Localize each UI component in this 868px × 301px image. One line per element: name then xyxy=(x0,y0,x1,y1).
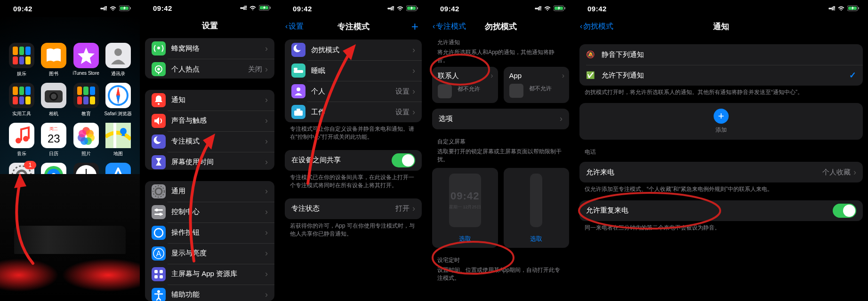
app-实用工具[interactable]: 实用工具 xyxy=(7,83,37,117)
moon-icon xyxy=(152,135,166,149)
schedule-header: 设宅定时 xyxy=(437,256,564,264)
svg-point-50 xyxy=(157,290,160,293)
signal-icon: ••ıl! xyxy=(240,5,247,11)
access-icon xyxy=(152,288,166,301)
row-value: 设置 xyxy=(395,87,410,96)
settings-group-general: 通用›控制中心›操作按钮›A显示与亮度›主屏幕与 App 资源库›辅助功能› xyxy=(145,181,274,301)
settings-row-通知[interactable]: 通知› xyxy=(145,90,274,111)
app-iTunes Store[interactable]: iTunes Store xyxy=(71,43,101,77)
chevron-right-icon: › xyxy=(265,157,268,167)
add-button[interactable]: + xyxy=(411,22,418,31)
page-title: 通知 xyxy=(713,21,729,32)
app-图书[interactable]: 图书 xyxy=(39,43,69,77)
gear-icon xyxy=(152,184,166,198)
app-地图[interactable]: 地图 xyxy=(103,123,133,157)
options-row[interactable]: 选项 › xyxy=(432,109,569,129)
settings-row-个人[interactable]: 个人设置› xyxy=(285,81,422,102)
status-time: 09:42 xyxy=(13,5,32,13)
chevron-right-icon: › xyxy=(562,71,564,80)
silence-row[interactable]: 🔕 静音下列通知 xyxy=(579,44,863,65)
settings-row-主屏幕与 App 资源库[interactable]: 主屏幕与 App 资源库› xyxy=(145,264,274,285)
apps-card[interactable]: App › 都不允许 xyxy=(504,67,570,103)
settings-row-操作按钮[interactable]: 操作按钮› xyxy=(145,222,274,243)
settings-row-个人热点[interactable]: 个人热点关闭› xyxy=(145,59,274,78)
battery-icon xyxy=(259,4,271,12)
home-screen[interactable]: 娱乐图书iTunes Store通讯录实用工具相机教育Safari 浏览器音乐周… xyxy=(0,17,140,301)
settings-row-通用[interactable]: 通用› xyxy=(145,181,274,202)
svg-rect-62 xyxy=(564,7,565,9)
back-button[interactable]: ‹ 勿扰模式 xyxy=(580,22,613,32)
settings-row-显示与亮度[interactable]: A显示与亮度› xyxy=(145,243,274,264)
toggle-on[interactable] xyxy=(833,204,856,218)
status-time: 09:42 xyxy=(153,4,172,12)
status-time: 09:42 xyxy=(440,5,459,13)
case-icon xyxy=(291,105,305,119)
add-people-tile[interactable]: + 添加 xyxy=(579,103,863,140)
share-row[interactable]: 在设备之间共享 xyxy=(285,150,422,171)
back-label: 专注模式 xyxy=(436,22,466,32)
allow-calls-row[interactable]: 允许来电 个人收藏 › xyxy=(579,162,863,182)
toggle-on[interactable] xyxy=(392,153,415,167)
wifi-icon xyxy=(249,4,257,12)
battery-icon xyxy=(119,5,131,13)
phone-header: 电话 xyxy=(585,148,858,156)
svg-rect-31 xyxy=(270,7,271,9)
focus-mode-list: 勿扰模式›睡眠›个人设置›工作设置› xyxy=(285,40,422,122)
settings-row-辅助功能[interactable]: 辅助功能› xyxy=(145,285,274,301)
settings-row-专注模式[interactable]: 专注模式› xyxy=(145,131,274,152)
person-icon xyxy=(291,84,305,98)
wallpaper-car xyxy=(0,174,140,301)
app-name: 实用工具 xyxy=(12,111,31,117)
action-icon xyxy=(152,226,166,240)
svg-rect-55 xyxy=(294,70,303,73)
row-label: 专注模式 xyxy=(171,137,265,146)
settings-row-勿扰模式[interactable]: 勿扰模式› xyxy=(285,40,422,60)
bed-icon xyxy=(291,63,305,78)
app-照片[interactable]: 照片 xyxy=(71,123,101,157)
chevron-right-icon: › xyxy=(490,71,493,80)
settings-row-声音与触感[interactable]: 声音与触感› xyxy=(145,111,274,131)
select-button[interactable]: 选取 xyxy=(459,235,471,243)
app-娱乐[interactable]: 娱乐 xyxy=(7,43,37,77)
app-icon xyxy=(41,83,66,108)
back-button[interactable]: ‹ 专注模式 xyxy=(433,22,466,32)
screen-focus: 09:42 ••ıl! ‹ 设置 专注模式 + 勿扰模式›睡眠›个人设置›工作设… xyxy=(280,0,427,301)
chevron-right-icon: › xyxy=(412,107,415,117)
settings-row-睡眠[interactable]: 睡眠› xyxy=(285,60,422,81)
home-screen-preview[interactable]: 选取 xyxy=(504,168,570,248)
row-label: 控制中心 xyxy=(171,207,265,216)
row-label: 操作按钮 xyxy=(171,228,265,237)
hotspot-icon xyxy=(152,62,166,76)
focus-status-row[interactable]: 专注状态 打开 › xyxy=(285,198,422,219)
settings-row-蜂窝网络[interactable]: 蜂窝网络› xyxy=(145,38,274,59)
repeat-calls-row[interactable]: 允许重复来电 xyxy=(579,200,863,221)
navbar: ‹ 设置 专注模式 + xyxy=(280,17,427,36)
select-button[interactable]: 选取 xyxy=(530,235,542,243)
settings-row-控制中心[interactable]: 控制中心› xyxy=(145,202,274,222)
row-label: 专注状态 xyxy=(291,204,395,213)
sliders-icon xyxy=(152,205,166,219)
row-value: 关闭 xyxy=(248,65,262,74)
app-日历[interactable]: 周二23日历 xyxy=(39,123,69,157)
app-通讯录[interactable]: 通讯录 xyxy=(103,43,133,77)
contacts-card[interactable]: 联系人 › 都不允许 xyxy=(432,67,498,103)
bright-icon: A xyxy=(152,246,166,261)
row-value: 设置 xyxy=(395,108,410,117)
navbar: 设置 xyxy=(140,16,280,35)
app-音乐[interactable]: 音乐 xyxy=(7,123,37,157)
app-教育[interactable]: 教育 xyxy=(71,83,101,117)
settings-row-工作[interactable]: 工作设置› xyxy=(285,102,422,122)
settings-group-notifications: 通知›声音与触感›专注模式›屏幕使用时间› xyxy=(145,90,274,170)
lock-screen-preview[interactable]: 09:42 星期一 12月25日 选取 xyxy=(432,168,498,248)
row-label: 允许来电 xyxy=(586,168,822,177)
bell-slash-icon: 🔕 xyxy=(586,50,595,59)
allow-row[interactable]: ✅ 允许下列通知 ✓ xyxy=(579,65,863,86)
row-label: 辅助功能 xyxy=(171,290,265,299)
back-button[interactable]: ‹ 设置 xyxy=(285,22,304,32)
app-Safari 浏览器[interactable]: Safari 浏览器 xyxy=(103,83,133,117)
settings-row-屏幕使用时间[interactable]: 屏幕使用时间› xyxy=(145,152,274,170)
app-icon xyxy=(105,43,131,68)
app-相机[interactable]: 相机 xyxy=(39,83,69,117)
back-label: 设置 xyxy=(289,22,304,32)
status-group: 专注状态 打开 › xyxy=(285,198,422,219)
